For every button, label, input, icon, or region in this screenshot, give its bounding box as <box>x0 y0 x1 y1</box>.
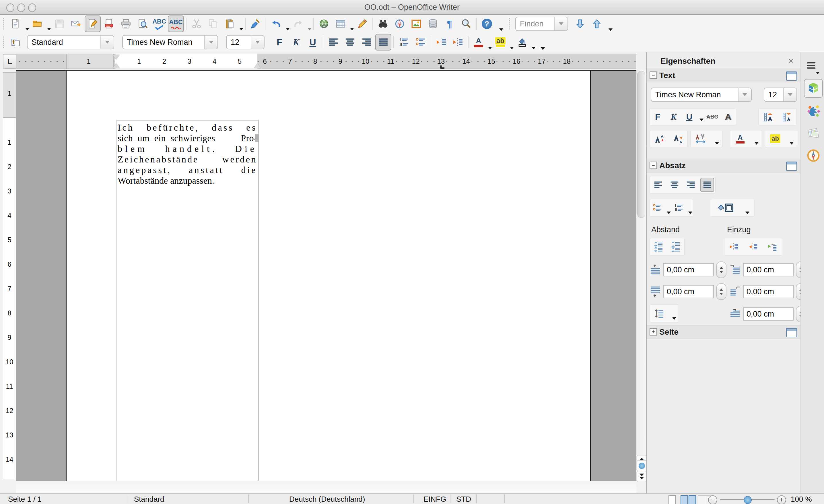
text-dialog-launcher[interactable] <box>786 72 797 81</box>
view-two-pages-button[interactable] <box>681 495 696 504</box>
document-view[interactable]: Ich befürchte, dass es sich_um_ein_schwi… <box>16 70 636 482</box>
toolbar-overflow-button[interactable] <box>541 47 545 50</box>
findbar-drag-handle[interactable] <box>509 18 510 29</box>
format-paintbrush-button[interactable] <box>247 15 264 32</box>
bullet-list-button[interactable] <box>413 34 429 51</box>
sidebar-numbered-list-button[interactable] <box>672 201 686 215</box>
sidebar-font-size-dropdown[interactable] <box>783 88 797 101</box>
find-dropdown[interactable] <box>554 17 568 30</box>
sidebar-highlight-dropdown[interactable] <box>790 142 794 145</box>
first-line-indent-marker[interactable] <box>113 55 120 60</box>
spellcheck-button[interactable]: ABC <box>151 15 167 32</box>
numbered-list-button[interactable] <box>396 34 412 51</box>
sidebar-font-name-combo[interactable]: Times New Roman <box>651 88 752 102</box>
decrease-font-button[interactable] <box>780 110 794 124</box>
left-indent-marker[interactable] <box>113 64 120 68</box>
text-line[interactable]: sich_um_ein_schwieriges Pro- <box>118 133 257 143</box>
sidebar-increase-indent-button[interactable] <box>727 240 741 254</box>
next-page-button[interactable] <box>636 471 647 482</box>
vertical-scrollbar[interactable] <box>636 70 646 455</box>
font-name-combo[interactable]: Times New Roman <box>122 35 218 49</box>
increase-spacing-button[interactable] <box>651 240 665 254</box>
vertical-scrollbar-thumb[interactable] <box>637 71 645 218</box>
navigation-button[interactable] <box>636 460 647 472</box>
hyperlink-button[interactable] <box>316 15 332 32</box>
zoom-button[interactable] <box>458 15 474 32</box>
text-line[interactable]: blem handelt. Die <box>118 143 257 154</box>
background-color-button[interactable] <box>514 34 530 51</box>
font-color-dropdown[interactable] <box>488 47 492 49</box>
status-page[interactable]: Seite 1 / 1 <box>8 495 41 504</box>
text-line[interactable]: Wortabstände anzupassen. <box>118 175 257 186</box>
right-indent-marker[interactable] <box>254 64 261 68</box>
font-size-combo[interactable]: 12 <box>226 35 265 49</box>
paste-dropdown[interactable] <box>239 28 243 30</box>
document-text[interactable]: Ich befürchte, dass es sich_um_ein_schwi… <box>118 122 257 186</box>
paragraph-style-combo[interactable]: Standard <box>27 35 114 49</box>
sidebar-decrease-indent-button[interactable] <box>746 240 760 254</box>
toolbar-drag-handle[interactable] <box>3 18 4 29</box>
sidebar-close-button[interactable]: × <box>789 56 794 66</box>
v-ruler[interactable]: 1 1234567891011121314 <box>3 72 16 479</box>
paragraph-background-button[interactable] <box>716 201 734 215</box>
zoom-in-button[interactable]: + <box>777 495 786 504</box>
sidebar-align-center-button[interactable] <box>667 178 682 192</box>
sidebar-underline-button[interactable]: U <box>683 110 696 124</box>
print-button[interactable] <box>118 15 134 32</box>
sidebar-bold-button[interactable]: F <box>651 110 665 124</box>
increase-indent-button[interactable] <box>450 34 466 51</box>
status-insert-mode[interactable]: EINFG <box>423 495 446 504</box>
sidebar-font-size-combo[interactable]: 12 <box>764 88 797 102</box>
paragraph-style-dropdown[interactable] <box>100 35 114 49</box>
sidebar-highlight-button[interactable]: ab <box>768 131 782 146</box>
formatting-marks-button[interactable]: ¶ <box>441 15 457 32</box>
font-size-value[interactable]: 12 <box>227 35 251 49</box>
new-document-dropdown[interactable] <box>25 28 29 30</box>
sidebar-justify-button[interactable] <box>700 178 714 192</box>
insert-table-button[interactable] <box>332 15 348 32</box>
view-single-page-button[interactable] <box>668 495 676 504</box>
auto-spellcheck-button[interactable]: ABC <box>168 15 184 32</box>
bullet-list-dropdown[interactable] <box>667 211 671 214</box>
sidebar-tab-styles[interactable] <box>804 101 823 120</box>
horizontal-scrollbar[interactable] <box>16 481 636 493</box>
paragraph-background-dropdown[interactable] <box>745 211 749 214</box>
font-name-value[interactable]: Times New Roman <box>123 35 204 49</box>
paste-button[interactable] <box>222 15 238 32</box>
collapse-icon[interactable]: − <box>649 162 657 169</box>
sidebar-tab-navigator[interactable] <box>804 146 823 165</box>
find-next-button[interactable] <box>572 15 588 32</box>
export-pdf-button[interactable] <box>101 15 117 32</box>
navigator-button[interactable] <box>392 15 408 32</box>
sidebar-tab-properties[interactable] <box>804 79 823 98</box>
increase-font-button[interactable] <box>761 110 775 124</box>
sidebar-italic-button[interactable]: K <box>667 110 681 124</box>
zoom-slider-thumb[interactable] <box>744 496 752 504</box>
undo-button[interactable] <box>268 15 284 32</box>
paragraph-dialog-launcher[interactable] <box>786 162 797 171</box>
text-line[interactable]: angepasst, anstatt die <box>118 165 257 175</box>
toolbar-overflow-button[interactable] <box>499 28 503 31</box>
sidebar-tab-gallery[interactable] <box>804 124 823 143</box>
text-line[interactable]: Ich befürchte, dass es <box>118 122 257 133</box>
draw-functions-button[interactable] <box>354 15 371 32</box>
find-previous-button[interactable] <box>589 15 605 32</box>
sidebar-bullet-list-button[interactable] <box>650 201 664 215</box>
font-size-dropdown[interactable] <box>251 35 264 49</box>
decrease-spacing-button[interactable] <box>669 240 683 254</box>
font-color-button[interactable]: A <box>471 34 487 51</box>
background-color-dropdown[interactable] <box>532 47 536 49</box>
align-right-button[interactable] <box>358 34 375 51</box>
find-combo[interactable]: Finden <box>515 17 568 31</box>
italic-button[interactable]: K <box>288 34 304 51</box>
page-preview-button[interactable] <box>134 15 150 32</box>
toolbar-drag-handle[interactable] <box>3 36 4 48</box>
superscript-button[interactable] <box>652 131 666 146</box>
char-spacing-dropdown[interactable] <box>715 142 719 145</box>
page-dialog-launcher[interactable] <box>786 328 797 337</box>
status-page-style[interactable]: Standard <box>134 495 165 504</box>
numbered-list-dropdown[interactable] <box>688 211 692 214</box>
hanging-indent-button[interactable] <box>765 240 779 254</box>
sidebar-font-size-value[interactable]: 12 <box>764 88 783 101</box>
sidebar-align-left-button[interactable] <box>651 178 665 192</box>
